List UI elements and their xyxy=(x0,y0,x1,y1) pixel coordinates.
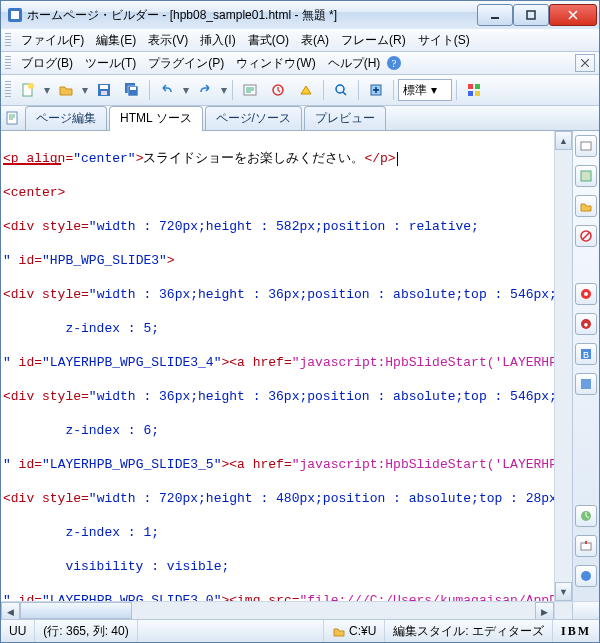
menu-help[interactable]: ヘルプ(H) xyxy=(322,53,387,74)
help-icon[interactable]: ? xyxy=(386,55,402,71)
side-button-9[interactable] xyxy=(575,505,597,527)
source-editor[interactable]: <p align="center">スライドショーをお楽しみください。</p> … xyxy=(1,131,554,601)
svg-rect-13 xyxy=(130,87,136,90)
menu-blog[interactable]: ブログ(B) xyxy=(15,53,79,74)
scroll-corner xyxy=(554,602,572,619)
undo-button[interactable] xyxy=(154,77,180,103)
dropdown-icon[interactable]: ▾ xyxy=(81,83,89,97)
grip-icon xyxy=(5,33,11,47)
menu-edit[interactable]: 編集(E) xyxy=(90,30,142,51)
scroll-up-button[interactable]: ▲ xyxy=(555,131,572,150)
side-button-4[interactable] xyxy=(575,225,597,247)
vertical-scrollbar[interactable]: ▲ ▼ xyxy=(554,131,572,601)
svg-rect-1 xyxy=(11,11,19,19)
side-button-11[interactable] xyxy=(575,565,597,587)
menu-file[interactable]: ファイル(F) xyxy=(15,30,90,51)
new-button[interactable] xyxy=(15,77,41,103)
scroll-thumb[interactable] xyxy=(20,602,132,619)
menu-view[interactable]: 表示(V) xyxy=(142,30,194,51)
dropdown-icon[interactable]: ▾ xyxy=(43,83,51,97)
tool-button-3[interactable] xyxy=(293,77,319,103)
menu-plugin[interactable]: プラグイン(P) xyxy=(142,53,230,74)
svg-rect-22 xyxy=(7,112,17,124)
menu-site[interactable]: サイト(S) xyxy=(412,30,476,51)
side-button-1[interactable] xyxy=(575,135,597,157)
open-button[interactable] xyxy=(53,77,79,103)
menu-bar-2: ブログ(B) ツール(T) プラグイン(P) ウィンドウ(W) ヘルプ(H) ? xyxy=(1,52,599,75)
annotation-underline-1 xyxy=(3,162,61,165)
status-cursor-pos: (行: 365, 列: 40) xyxy=(35,620,137,642)
status-uu: UU xyxy=(1,620,35,642)
svg-rect-20 xyxy=(468,91,473,96)
insert-button[interactable] xyxy=(363,77,389,103)
status-spacer xyxy=(138,620,324,642)
window-title: ホームページ・ビルダー - [hpb08_sample01.html - 無題 … xyxy=(27,7,477,24)
save-button[interactable] xyxy=(91,77,117,103)
document-icon xyxy=(5,110,21,126)
text-caret xyxy=(397,152,398,166)
chevron-down-icon: ▾ xyxy=(431,83,437,97)
svg-rect-23 xyxy=(581,142,591,150)
app-window: ホームページ・ビルダー - [hpb08_sample01.html - 無題 … xyxy=(0,0,600,643)
side-button-3[interactable] xyxy=(575,195,597,217)
svg-rect-34 xyxy=(581,543,591,550)
save-all-button[interactable] xyxy=(119,77,145,103)
menu-frame[interactable]: フレーム(R) xyxy=(335,30,412,51)
menu-window[interactable]: ウィンドウ(W) xyxy=(230,53,321,74)
svg-rect-2 xyxy=(491,17,499,19)
svg-point-27 xyxy=(584,292,588,296)
side-button-2[interactable] xyxy=(575,165,597,187)
svg-rect-9 xyxy=(100,85,108,89)
side-button-5[interactable] xyxy=(575,283,597,305)
tab-page-source[interactable]: ページ/ソース xyxy=(205,106,302,130)
title-bar: ホームページ・ビルダー - [hpb08_sample01.html - 無題 … xyxy=(1,1,599,29)
tool-button-1[interactable] xyxy=(237,77,263,103)
svg-rect-35 xyxy=(585,541,587,544)
maximize-button[interactable] xyxy=(513,4,549,26)
window-control-group xyxy=(477,4,597,26)
document-close-button[interactable] xyxy=(575,54,595,72)
tool-button-2[interactable] xyxy=(265,77,291,103)
svg-rect-18 xyxy=(468,84,473,89)
scroll-down-button[interactable]: ▼ xyxy=(555,582,572,601)
scroll-track[interactable] xyxy=(132,602,535,619)
tab-preview[interactable]: プレビュー xyxy=(304,106,386,130)
status-bar: UU (行: 365, 列: 40) C:¥U 編集スタイル: エディターズ I… xyxy=(1,619,599,642)
menu-tool[interactable]: ツール(T) xyxy=(79,53,142,74)
side-button-6[interactable]: ● xyxy=(575,313,597,335)
svg-point-16 xyxy=(336,85,344,93)
side-button-10[interactable] xyxy=(575,535,597,557)
redo-button[interactable] xyxy=(192,77,218,103)
svg-point-7 xyxy=(28,83,34,89)
side-button-7[interactable]: B xyxy=(575,343,597,365)
menu-table[interactable]: 表(A) xyxy=(295,30,335,51)
menu-insert[interactable]: 挿入(I) xyxy=(194,30,241,51)
horizontal-scrollbar[interactable]: ◀ ▶ xyxy=(1,602,554,619)
tab-html-source[interactable]: HTML ソース xyxy=(109,106,203,131)
status-edit-style: 編集スタイル: エディターズ xyxy=(385,620,553,642)
dropdown-icon[interactable]: ▾ xyxy=(220,83,228,97)
find-button[interactable] xyxy=(328,77,354,103)
style-combo-label: 標準 xyxy=(403,82,427,99)
menu-bar-1: ファイル(F) 編集(E) 表示(V) 挿入(I) 書式(O) 表(A) フレー… xyxy=(1,29,599,52)
toolbar: ▾ ▾ ▾ ▾ 標準▾ xyxy=(1,75,599,106)
svg-text:●: ● xyxy=(584,320,589,329)
palette-button[interactable] xyxy=(461,77,487,103)
scroll-track[interactable] xyxy=(555,150,572,582)
ibm-logo: IBM xyxy=(553,624,599,639)
horizontal-scrollbar-row: ◀ ▶ xyxy=(1,601,599,619)
app-icon xyxy=(7,7,23,23)
status-path: C:¥U xyxy=(324,620,385,642)
svg-rect-24 xyxy=(581,171,591,181)
menu-format[interactable]: 書式(O) xyxy=(242,30,295,51)
svg-text:?: ? xyxy=(392,57,397,69)
side-button-8[interactable] xyxy=(575,373,597,395)
editor-body: <p align="center">スライドショーをお楽しみください。</p> … xyxy=(1,131,599,601)
close-button[interactable] xyxy=(549,4,597,26)
minimize-button[interactable] xyxy=(477,4,513,26)
svg-rect-3 xyxy=(527,11,535,19)
tab-page-edit[interactable]: ページ編集 xyxy=(25,106,107,130)
svg-rect-32 xyxy=(581,379,591,389)
dropdown-icon[interactable]: ▾ xyxy=(182,83,190,97)
style-combo[interactable]: 標準▾ xyxy=(398,79,452,101)
